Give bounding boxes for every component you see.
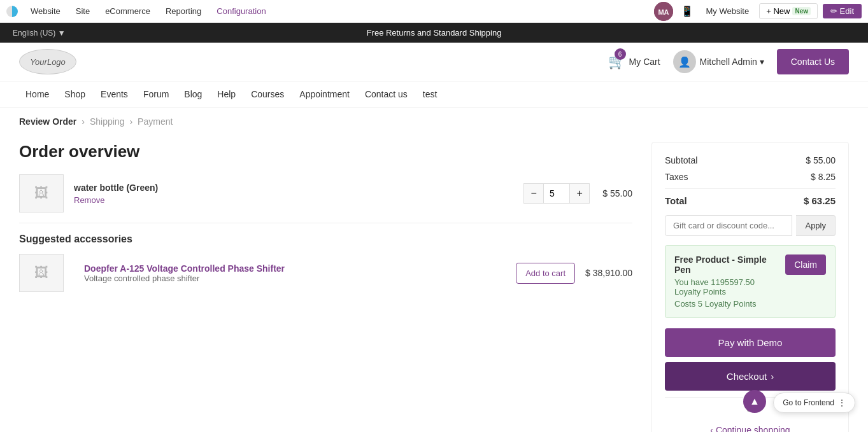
new-badge: New [792, 7, 811, 15]
item-remove-link[interactable]: Remove [74, 195, 523, 205]
qty-increase-button[interactable]: + [569, 183, 590, 204]
breadcrumb-sep-1: › [82, 116, 85, 127]
site-nav: Home Shop Events Forum Blog Help Courses… [0, 81, 868, 108]
subtotal-label: Subtotal [665, 155, 697, 165]
nav-home[interactable]: Home [19, 81, 55, 107]
announcement-bar: English (US) ▼ Free Returns and Standard… [0, 23, 868, 43]
admin-nav-website[interactable]: Website [24, 3, 67, 20]
apply-button[interactable]: Apply [796, 215, 836, 236]
nav-help[interactable]: Help [211, 81, 242, 107]
taxes-value: $ 8.25 [811, 172, 836, 182]
subtotal-row: Subtotal $ 55.00 [665, 155, 836, 165]
admin-nav-reporting[interactable]: Reporting [159, 3, 208, 20]
new-button[interactable]: + New New [759, 3, 818, 19]
go-to-frontend-label: Go to Frontend [783, 398, 834, 407]
cart-button[interactable]: 6 🛒 My Cart [608, 53, 660, 70]
admin-nav-site[interactable]: Site [69, 3, 96, 20]
breadcrumb-step-shipping: Shipping [90, 116, 125, 127]
language-selector[interactable]: English (US) ▼ [13, 29, 66, 38]
subtotal-value: $ 55.00 [806, 155, 836, 165]
loyalty-text: Free Product - Simple Pen You have 11955… [674, 254, 779, 309]
nav-courses[interactable]: Courses [245, 81, 290, 107]
loyalty-cost-label: Costs 5 Loyalty Points [674, 299, 779, 309]
qty-decrease-button[interactable]: − [523, 183, 544, 204]
scroll-icon: ▲ [750, 396, 760, 407]
cart-item: 🖼 water bottle (Green) Remove − + $ 55.0… [19, 174, 632, 223]
my-website-dropdown[interactable]: My Website [701, 4, 755, 18]
user-button[interactable]: 👤 Mitchell Admin ▾ [673, 50, 764, 73]
total-label: Total [665, 195, 687, 206]
loyalty-product-name: Free Product - Simple Pen [674, 254, 779, 275]
suggested-title: Suggested accessories [19, 233, 632, 245]
cart-count-badge: 6 [615, 48, 626, 60]
nav-events[interactable]: Events [94, 81, 134, 107]
checkout-button[interactable]: Checkout › [665, 362, 836, 391]
order-section: Order overview 🖼 water bottle (Green) Re… [19, 142, 632, 432]
svg-text:MA: MA [658, 8, 669, 16]
logo-area[interactable]: YourLogo [19, 49, 76, 74]
checkout-label: Checkout [727, 371, 767, 382]
mobile-icon[interactable]: 📱 [678, 3, 696, 20]
admin-nav-configuration[interactable]: Configuration [210, 3, 272, 20]
item-image: 🖼 [19, 174, 64, 213]
odoo-logo [6, 6, 18, 17]
suggested-item-image: 🖼 [19, 254, 64, 292]
user-name: Mitchell Admin ▾ [700, 57, 764, 67]
summary-card: Subtotal $ 55.00 Taxes $ 8.25 Total $ 63… [651, 142, 849, 432]
nav-test[interactable]: test [416, 81, 444, 107]
new-button-label: + New [766, 6, 790, 16]
taxes-row: Taxes $ 8.25 [665, 172, 836, 182]
item-quantity-controls: − + [523, 183, 590, 204]
admin-nav-ecommerce[interactable]: eCommerce [99, 3, 157, 20]
user-avatar: 👤 [673, 50, 696, 73]
breadcrumb-step-review[interactable]: Review Order [19, 116, 76, 127]
nav-contact-us[interactable]: Contact us [359, 81, 414, 107]
claim-button[interactable]: Claim [785, 254, 826, 275]
cart-label: My Cart [629, 57, 660, 67]
suggested-item-details: Doepfer A-125 Voltage Controlled Phase S… [84, 263, 516, 283]
loyalty-card: Free Product - Simple Pen You have 11955… [665, 245, 836, 318]
item-details: water bottle (Green) Remove [74, 183, 523, 205]
total-row: Total $ 63.25 [665, 188, 836, 206]
continue-shopping-link[interactable]: ‹ Continue shopping [665, 420, 836, 432]
nav-forum[interactable]: Forum [137, 81, 175, 107]
add-to-cart-button[interactable]: Add to cart [516, 263, 575, 284]
edit-button[interactable]: ✏ Edit [823, 4, 862, 18]
main-content: Order overview 🖼 water bottle (Green) Re… [0, 136, 868, 432]
order-summary: Subtotal $ 55.00 Taxes $ 8.25 Total $ 63… [651, 142, 849, 432]
admin-bar-right: MA 📱 My Website + New New ✏ Edit [654, 2, 862, 21]
order-title: Order overview [19, 142, 632, 162]
checkout-icon: › [771, 371, 774, 382]
discount-input[interactable] [665, 215, 792, 236]
suggested-accessories-section: Suggested accessories 🖼 Doepfer A-125 Vo… [19, 233, 632, 298]
suggested-item: 🖼 Doepfer A-125 Voltage Controlled Phase… [19, 254, 632, 298]
item-name: water bottle (Green) [74, 183, 523, 193]
nav-blog[interactable]: Blog [178, 81, 208, 107]
header-right: 6 🛒 My Cart 👤 Mitchell Admin ▾ Contact U… [608, 49, 849, 74]
breadcrumb: Review Order › Shipping › Payment [0, 108, 868, 136]
contact-us-button[interactable]: Contact Us [777, 49, 849, 74]
announcement-text: Free Returns and Standard Shipping [367, 28, 502, 38]
loyalty-points-label: You have 1195597.50 Loyalty Points [674, 277, 779, 296]
pay-demo-button[interactable]: Pay with Demo [665, 328, 836, 357]
total-value: $ 63.25 [804, 195, 836, 206]
item-image-placeholder-icon: 🖼 [34, 185, 48, 202]
more-options-icon[interactable]: ⋮ [838, 398, 846, 407]
suggested-item-name: Doepfer A-125 Voltage Controlled Phase S… [84, 263, 516, 274]
taxes-label: Taxes [665, 172, 688, 182]
nav-shop[interactable]: Shop [58, 81, 92, 107]
breadcrumb-step-payment: Payment [138, 116, 173, 127]
breadcrumb-sep-2: › [129, 116, 132, 127]
go-to-frontend-button[interactable]: Go to Frontend ⋮ [773, 393, 855, 413]
site-header: YourLogo 6 🛒 My Cart 👤 Mitchell Admin ▾ … [0, 43, 868, 81]
suggested-item-description: Voltage controlled phase shifter [84, 274, 516, 283]
nav-appointment[interactable]: Appointment [293, 81, 356, 107]
avatar: MA [654, 2, 673, 21]
suggested-image-placeholder-icon: 🖼 [34, 265, 48, 281]
suggested-item-price: $ 38,910.00 [585, 268, 632, 278]
admin-bar: Website Site eCommerce Reporting Configu… [0, 0, 868, 23]
qty-input[interactable] [544, 183, 569, 204]
site-logo: YourLogo [19, 49, 76, 74]
item-price: $ 55.00 [602, 188, 632, 199]
scroll-to-top-button[interactable]: ▲ [743, 390, 766, 413]
